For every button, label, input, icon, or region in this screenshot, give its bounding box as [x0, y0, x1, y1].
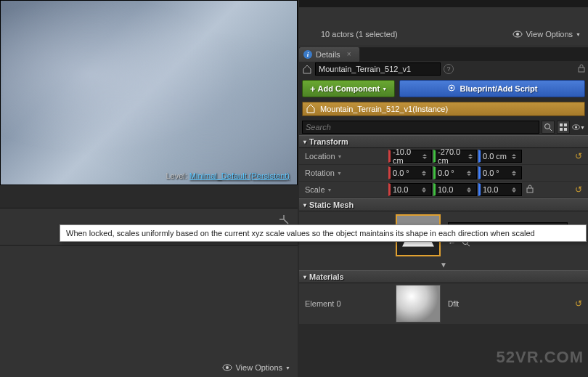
- top-divider: [299, 0, 588, 7]
- svg-rect-4: [579, 68, 584, 72]
- visibility-options-icon[interactable]: ▼: [572, 121, 585, 134]
- material-dflt-label: Dflt: [448, 300, 568, 308]
- collapse-icon: ▾: [303, 274, 306, 280]
- add-component-button[interactable]: + Add Component ▼: [302, 80, 395, 97]
- chevron-down-icon: ▼: [576, 32, 581, 37]
- scale-vector: 10.0 10.0 10.0: [388, 183, 522, 196]
- level-name-link[interactable]: Minimal_Default (Persistent): [189, 171, 290, 180]
- view-options-label: View Options: [526, 30, 573, 38]
- scale-row: Scale▼ 10.0 10.0 10.0 ↺: [299, 182, 588, 198]
- component-name: Mountain_Terrain_512_v1(Instance): [320, 105, 448, 113]
- location-label[interactable]: Location▼: [305, 152, 388, 161]
- svg-point-7: [545, 124, 550, 129]
- watermark: 52VR.COM: [497, 348, 584, 367]
- svg-rect-10: [564, 123, 567, 126]
- material-asset-box: Dflt: [448, 300, 568, 308]
- outliner-view-options[interactable]: View Options ▼: [513, 30, 581, 38]
- material-element-row: Element 0 Dflt ↺: [299, 283, 588, 324]
- rotation-x-input[interactable]: 0.0 °: [388, 166, 432, 179]
- rotation-z-input[interactable]: 0.0 °: [478, 166, 522, 179]
- left-pane: Level: Minimal_Default (Persistent) View…: [0, 0, 299, 377]
- property-matrix-icon[interactable]: [557, 121, 570, 134]
- reset-to-default-icon[interactable]: ↺: [575, 299, 582, 309]
- section-static-mesh-label: Static Mesh: [309, 200, 354, 209]
- svg-rect-15: [527, 188, 533, 192]
- uniform-scale-lock-icon[interactable]: [526, 185, 534, 195]
- details-search-row: ▼: [299, 119, 588, 135]
- search-icon[interactable]: [542, 121, 555, 134]
- chevron-down-icon: ▼: [337, 171, 342, 176]
- location-z-input[interactable]: 0.0 cm: [478, 150, 522, 163]
- location-x-input[interactable]: -10.0 cm: [388, 150, 432, 163]
- chevron-down-icon: ▼: [338, 154, 343, 159]
- chevron-down-icon: ▼: [285, 365, 290, 370]
- material-element-label: Element 0: [305, 299, 388, 308]
- svg-line-17: [467, 244, 470, 246]
- eye-icon: [513, 31, 523, 38]
- tab-details-label: Details: [316, 50, 340, 59]
- chevron-down-icon: ▼: [382, 86, 387, 92]
- home-icon[interactable]: [302, 64, 312, 74]
- svg-point-1: [226, 366, 229, 369]
- search-input[interactable]: [302, 121, 539, 134]
- svg-line-8: [550, 129, 552, 131]
- close-icon[interactable]: ×: [347, 50, 351, 58]
- blueprint-script-button[interactable]: Blueprint/Add Script: [399, 80, 585, 97]
- svg-point-6: [450, 87, 452, 89]
- lock-icon[interactable]: [578, 64, 585, 74]
- tab-details[interactable]: i Details ×: [299, 47, 360, 62]
- outliner-footer: 10 actors (1 selected) View Options ▼: [299, 7, 588, 46]
- expand-advanced-icon[interactable]: ▼: [299, 259, 588, 270]
- gear-icon: [447, 84, 456, 94]
- scale-z-input[interactable]: 10.0: [478, 183, 522, 196]
- rotation-row: Rotation▼ 0.0 ° 0.0 ° 0.0 °: [299, 165, 588, 182]
- location-vector: -10.0 cm -270.0 cm 0.0 cm: [388, 150, 522, 163]
- rotation-label[interactable]: Rotation▼: [305, 169, 388, 177]
- material-thumbnail[interactable]: [396, 285, 441, 323]
- svg-rect-11: [560, 128, 563, 131]
- scale-y-input[interactable]: 10.0: [433, 183, 477, 196]
- rotation-y-input[interactable]: 0.0 °: [433, 166, 477, 179]
- location-row: Location▼ -10.0 cm -270.0 cm 0.0 cm ↺: [299, 148, 588, 165]
- svg-point-14: [575, 126, 577, 128]
- view-options-button[interactable]: View Options ▼: [222, 363, 290, 372]
- details-tabbar: i Details ×: [299, 46, 588, 61]
- content-browser-body: View Options ▼: [0, 246, 298, 377]
- actor-name-row: ?: [299, 61, 588, 77]
- section-materials-label: Materials: [309, 272, 344, 281]
- rotation-vector: 0.0 ° 0.0 ° 0.0 °: [388, 166, 522, 179]
- scale-x-input[interactable]: 10.0: [388, 183, 432, 196]
- terrain-surface: [1, 1, 297, 185]
- actor-name-input[interactable]: [315, 62, 441, 76]
- right-pane: 10 actors (1 selected) View Options ▼ i …: [299, 0, 588, 377]
- help-icon[interactable]: ?: [444, 64, 454, 74]
- view-options-label: View Options: [235, 363, 282, 372]
- home-icon: [306, 103, 316, 115]
- location-y-input[interactable]: -270.0 cm: [433, 150, 477, 163]
- tooltip: When locked, scales uniformly based on t…: [60, 224, 587, 242]
- scale-label[interactable]: Scale▼: [305, 185, 388, 194]
- section-transform-label: Transform: [309, 137, 348, 146]
- section-materials[interactable]: ▾ Materials: [299, 270, 588, 283]
- collapse-icon: ▾: [303, 202, 306, 208]
- plus-icon: +: [310, 84, 316, 94]
- eye-icon: [222, 364, 232, 371]
- level-prefix: Level:: [166, 171, 187, 180]
- svg-point-3: [516, 33, 519, 36]
- svg-rect-9: [560, 123, 563, 126]
- viewport-3d[interactable]: Level: Minimal_Default (Persistent): [0, 0, 298, 185]
- level-label: Level: Minimal_Default (Persistent): [166, 171, 290, 180]
- reset-to-default-icon[interactable]: ↺: [575, 151, 582, 161]
- root-component-row[interactable]: Mountain_Terrain_512_v1(Instance): [302, 102, 585, 116]
- collapse-icon: ▾: [303, 139, 306, 145]
- blueprint-script-label: Blueprint/Add Script: [460, 84, 538, 93]
- section-transform[interactable]: ▾ Transform: [299, 135, 588, 148]
- chevron-down-icon: ▼: [580, 125, 585, 130]
- section-static-mesh[interactable]: ▾ Static Mesh: [299, 198, 588, 211]
- component-buttons: + Add Component ▼ Blueprint/Add Script: [299, 77, 588, 100]
- svg-rect-12: [564, 128, 567, 131]
- chevron-down-icon: ▼: [327, 187, 332, 192]
- info-icon: i: [303, 50, 312, 59]
- reset-to-default-icon[interactable]: ↺: [575, 185, 582, 195]
- actor-count: 10 actors (1 selected): [321, 30, 398, 38]
